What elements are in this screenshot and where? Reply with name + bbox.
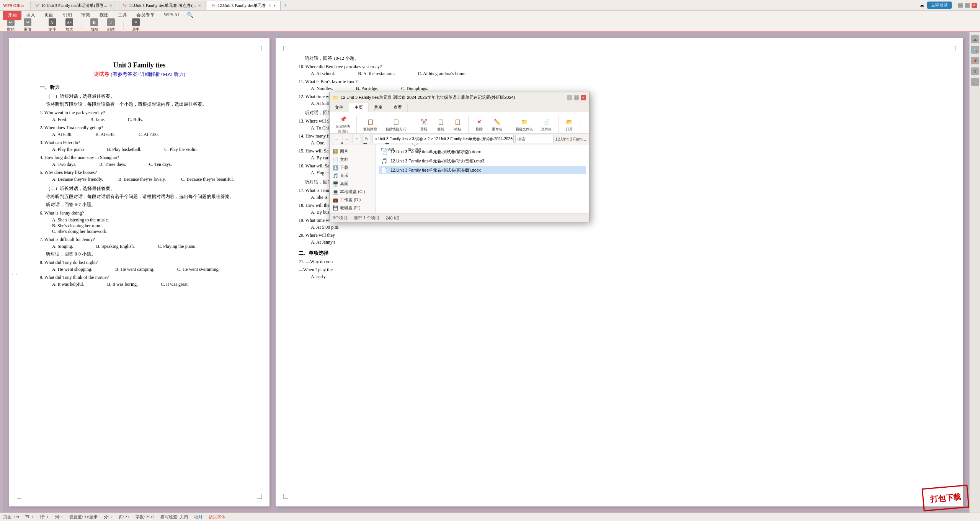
fe-btn-cut[interactable]: ✂️ 剪切 xyxy=(416,116,431,133)
wps-icon3: W xyxy=(212,3,215,8)
login-button[interactable]: 立即登录 xyxy=(927,2,952,9)
ribbon-tab-review[interactable]: 审阅 xyxy=(77,11,95,20)
fe-btn-open[interactable]: 📂 打开 xyxy=(562,116,577,133)
q2: 2. When does Tina usually get up? xyxy=(40,125,239,131)
sidebar-icon-2[interactable]: 🔍 xyxy=(971,46,979,54)
q1-c: C. Billy. xyxy=(128,117,143,123)
tab-1-close[interactable]: ✕ xyxy=(109,3,112,8)
fe-btn-paste-shortcut[interactable]: 📋 粘贴快捷方式 xyxy=(382,116,410,133)
status-calibrate[interactable]: 校对 xyxy=(194,514,203,520)
fe-c-drive-icon: 💻 xyxy=(333,189,338,195)
fe-back-button[interactable]: ← xyxy=(333,135,341,143)
stamp-text: 打包下载 xyxy=(930,492,961,505)
fe-forward-button[interactable]: → xyxy=(343,135,351,143)
fe-downloads-icon: ⬇️ xyxy=(333,165,338,170)
download-stamp[interactable]: 打包下载 xyxy=(922,485,970,511)
fe-tree-pictures-label: 图片 xyxy=(340,149,348,154)
fe-tree-item-pictures[interactable]: 🖼️ 图片 xyxy=(330,147,375,156)
fe-up-button[interactable]: ↑ xyxy=(353,135,361,143)
sidebar-icon-1[interactable]: ☁ xyxy=(971,35,979,43)
q4-c: C. Ten days. xyxy=(149,162,172,167)
fe-tree-item-f[interactable]: 💽 远程MT (F:) xyxy=(330,212,375,213)
fe-file-3-icon: 📄 xyxy=(381,167,387,173)
q3-c: C. Play the violin. xyxy=(164,147,198,152)
tab-1[interactable]: W 10.Unit 3 Family ties速记清单(原卷... ✕ xyxy=(30,1,117,10)
fe-tree-item-docs[interactable]: 📄 文档 xyxy=(330,156,375,164)
fe-refresh-button[interactable]: ↻ xyxy=(363,135,371,143)
fe-tab-share[interactable]: 共享 xyxy=(369,103,388,112)
doc-subtitle: 测试卷 (有参考答案+详细解析+MP3 听力) xyxy=(40,71,239,78)
q2-options: A. At 6:30. B. At 6:45. C. At 7:00. xyxy=(52,132,239,138)
fe-path-bar[interactable]: « Unit 3 Family ties > 3-试卷 > 2 > 12.Uni… xyxy=(372,135,514,143)
fe-selected-count: 选中 1 个项目 xyxy=(354,215,379,221)
fe-tree-item-e[interactable]: 💾 老磁盘 (E:) xyxy=(330,204,375,212)
r-q19-a: A. At 5:00 p.m. xyxy=(311,224,340,230)
r-q15-a: A. By car. xyxy=(311,155,330,161)
status-spell: 拼写检查: 关闭 xyxy=(160,514,188,520)
fe-tree-item-d[interactable]: 💼 工作盘 (D:) xyxy=(330,196,375,204)
minimize-button[interactable]: — xyxy=(958,3,963,8)
status-pages: 页: 21 xyxy=(119,514,129,520)
fe-btn-new-folder[interactable]: 📁 新建文件夹 xyxy=(512,116,536,133)
fe-tree-item-desktop[interactable]: 🖥️ 桌面 xyxy=(330,180,375,188)
q8-options: A. He went shopping. B. He went camping.… xyxy=(52,267,239,272)
status-missing-font[interactable]: 缺失字体 xyxy=(209,514,225,520)
ribbon-tab-member[interactable]: 会员专享 xyxy=(132,11,159,20)
ribbon-tab-wps-ai[interactable]: WPS AI xyxy=(159,11,184,20)
file-explorer: 📁 12.Unit 3 Family ties单元卷-测试卷-2024-2025… xyxy=(329,92,590,222)
fe-search-input[interactable] xyxy=(515,135,554,143)
ribbon-tab-insert[interactable]: 插入 xyxy=(21,11,40,20)
fe-item-count: 3个项目 xyxy=(333,215,348,221)
q6: 6. What is Jenny doing? xyxy=(40,210,239,216)
fe-tab-file[interactable]: 文件 xyxy=(330,103,349,112)
fe-open-icon: 📂 xyxy=(565,118,573,126)
fe-minimize[interactable]: — xyxy=(567,95,572,100)
maximize-button[interactable]: □ xyxy=(965,3,970,8)
ribbon-tab-view[interactable]: 视图 xyxy=(95,11,113,20)
fe-file-3[interactable]: 📄 12.Unit 3 Family ties单元卷-测试卷(原卷版).docx xyxy=(379,166,586,174)
tab-2-close[interactable]: ✕ xyxy=(198,3,201,8)
fe-body: 🖼️ 图片 📄 文档 ⬇️ 下载 🎵 音乐 🖥️ 桌面 💻 本地磁盘 (C xyxy=(330,144,589,213)
close-button[interactable]: ✕ xyxy=(972,3,977,8)
ribbon-tab-tools[interactable]: 工具 xyxy=(113,11,132,20)
sidebar-icon-4[interactable]: ⚙ xyxy=(971,67,979,75)
q9-c: C. It was great. xyxy=(161,282,189,287)
sidebar-icon-5[interactable]: … xyxy=(971,78,979,86)
fe-close[interactable]: ✕ xyxy=(581,95,586,100)
fe-tree-item-c[interactable]: 💻 本地磁盘 (C:) xyxy=(330,188,375,196)
fe-maximize[interactable]: □ xyxy=(574,95,579,100)
fe-tab-view[interactable]: 查看 xyxy=(388,103,408,112)
cloud-icon[interactable]: ☁ xyxy=(920,2,924,8)
tab-3[interactable]: W 12.Unit 3 Family ties单元卷 ✕ ▾ xyxy=(207,1,281,10)
drag-handle[interactable]: ⋮⋮ xyxy=(11,272,18,277)
status-bar: 页面: 1/9 节: 1 行: 1 列: 1 设置值: 3.6厘米 分: 2 页… xyxy=(0,513,980,521)
q1: 1. Who went to the park yesterday? xyxy=(40,110,239,116)
fe-btn-delete[interactable]: ✕ 删除 xyxy=(472,116,487,133)
ribbon-tab-home[interactable]: 开始 xyxy=(3,11,21,20)
tab-3-close[interactable]: ✕ xyxy=(268,3,271,8)
r-corner-tl xyxy=(283,46,288,51)
new-tab-button[interactable]: + xyxy=(281,2,289,9)
corner-tl xyxy=(17,46,21,51)
sidebar-icon-3[interactable]: 📌 xyxy=(971,57,979,64)
fe-btn-paste[interactable]: 📋 粘贴 xyxy=(450,116,465,133)
ribbon-tab-ref[interactable]: 引用 xyxy=(58,11,77,20)
fe-btn-copy[interactable]: 📋 复制 xyxy=(433,116,448,133)
fe-tree-item-downloads[interactable]: ⬇️ 下载 xyxy=(330,164,375,172)
subtitle-red: 测试卷 xyxy=(93,71,109,77)
tab-dropdown[interactable]: ▾ xyxy=(274,3,276,8)
fe-file-2[interactable]: 🎵 12.Unit 3 Family ties单元卷-测试卷(听力音频).mp3 xyxy=(379,157,586,165)
ribbon-tab-page[interactable]: 页面 xyxy=(40,11,58,20)
fe-btn-rename[interactable]: ✏️ 重命名 xyxy=(488,116,506,133)
tab-2[interactable]: W 11.Unit 3 Family ties单元卷-考点卷(... ✕ xyxy=(118,1,206,10)
fe-file-1[interactable]: 📄 12.Unit 3 Family ties单元卷-测试卷(解析版).docx xyxy=(379,147,586,156)
search-icon[interactable]: 🔍 xyxy=(184,11,196,20)
fe-btn-pin[interactable]: 📌 固定到快速访问 xyxy=(333,114,353,135)
fe-tab-home[interactable]: 主页 xyxy=(349,103,369,112)
right-sidebar: ☁ 🔍 📌 ⚙ … xyxy=(969,32,980,513)
fe-btn-copy-path[interactable]: 📋 复制路径 xyxy=(360,116,381,133)
fe-btn-new-item[interactable]: 📄 文件夹 xyxy=(538,116,555,133)
fe-title-bar: 📁 12.Unit 3 Family ties单元卷-测试卷-2024-2025… xyxy=(330,92,589,103)
fe-tree-item-music[interactable]: 🎵 音乐 xyxy=(330,172,375,180)
fe-right-path-hint: 12.Unit 3 Fami... xyxy=(555,137,586,141)
